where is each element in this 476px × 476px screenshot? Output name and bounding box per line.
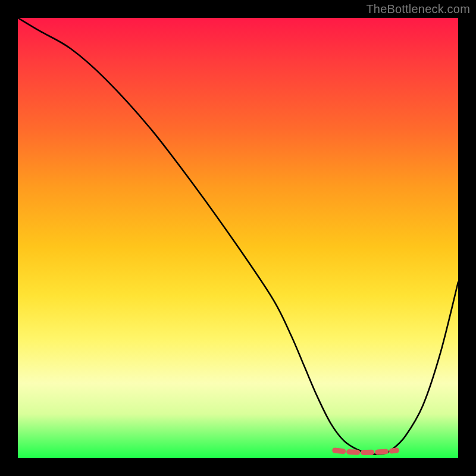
flat-bottom-accent	[335, 450, 397, 453]
curve-layer	[18, 18, 458, 458]
chart-frame: TheBottleneck.com	[0, 0, 476, 476]
plot-area	[18, 18, 458, 458]
attribution-label: TheBottleneck.com	[366, 2, 470, 16]
bottleneck-curve	[18, 18, 458, 455]
